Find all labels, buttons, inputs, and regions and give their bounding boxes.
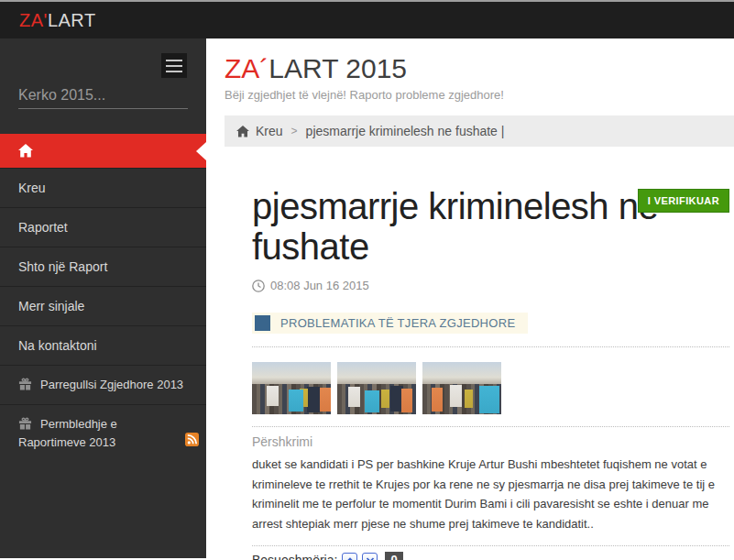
dotted-divider: [252, 426, 729, 427]
sidebar: Kreu Raportet Shto një Raport Merr sinja…: [0, 38, 206, 558]
sidebar-item-label: Permbledhje e Raportimeve 2013: [18, 417, 117, 449]
report-article: I VERIFIKUAR pjesmarrje kriminelesh ne f…: [252, 186, 729, 560]
breadcrumb-separator: >: [291, 125, 298, 137]
breadcrumb-home-link[interactable]: Kreu: [236, 124, 283, 138]
gift-icon: [18, 417, 32, 431]
category-label: PROBLEMATIKA TË TJERA ZGJEDHORE: [280, 316, 515, 330]
credibility-label: Besueshmëria:: [252, 553, 337, 560]
page-title-red: ZA´: [225, 53, 268, 83]
credibility-count: 0: [385, 552, 402, 560]
sidebar-item-permbledhje-2013[interactable]: Permbledhje e Raportimeve 2013: [0, 404, 206, 462]
sidebar-item-label: Parregullsi Zgjedhore 2013: [40, 378, 183, 391]
dotted-divider: [252, 346, 729, 347]
sidebar-item-merr-sinjale[interactable]: Merr sinjale: [0, 286, 206, 325]
breadcrumb-current: pjesmarrje kriminelesh ne fushate |: [306, 124, 505, 138]
site-header: ZA´LART 2015 Bëji zgjedhjet të vlejnë! R…: [206, 38, 734, 102]
page-title: ZA´LART 2015: [225, 53, 734, 84]
sidebar-item-home-active[interactable]: [0, 134, 206, 168]
main-content: ZA´LART 2015 Bëji zgjedhjet të vlejnë! R…: [206, 38, 734, 558]
report-photos: [252, 362, 729, 414]
top-bar: ZA'LART: [0, 0, 734, 38]
page-title-rest: LART 2015: [268, 53, 407, 83]
chevron-down-icon: [366, 556, 375, 560]
site-logo-rest: LART: [48, 10, 96, 30]
sidebar-item-shto-nje-raport[interactable]: Shto një Raport: [0, 247, 206, 286]
report-timestamp: 08:08 Jun 16 2015: [252, 279, 729, 292]
rss-icon[interactable]: [185, 433, 199, 446]
chevron-up-icon: [345, 556, 355, 560]
credibility-row: Besueshmëria: 0: [252, 552, 729, 560]
description-text: duket se kandidati i PS per bashkine Kru…: [252, 455, 729, 533]
report-photo-3[interactable]: [422, 362, 501, 414]
breadcrumb: Kreu > pjesmarrje kriminelesh ne fushate…: [225, 115, 734, 147]
active-item-arrow: [196, 142, 206, 160]
description-label: Përshkrimi: [252, 434, 729, 449]
dotted-divider: [252, 545, 729, 546]
site-logo-red: ZA': [19, 10, 48, 30]
gift-icon: [18, 378, 32, 391]
category-row: PROBLEMATIKA TË TJERA ZGJEDHORE: [252, 313, 729, 335]
report-photo-2[interactable]: [337, 362, 416, 414]
home-icon: [236, 126, 249, 137]
site-tagline: Bëji zgjedhjet të vlejnë! Raporto proble…: [225, 88, 734, 102]
clock-icon: [252, 280, 265, 292]
site-logo[interactable]: ZA'LART: [19, 10, 96, 31]
sidebar-item-raportet[interactable]: Raportet: [0, 207, 206, 247]
sidebar-nav: Kreu Raportet Shto një Raport Merr sinja…: [0, 134, 206, 462]
hamburger-menu-icon: [166, 60, 182, 72]
sidebar-item-na-kontaktoni[interactable]: Na kontaktoni: [0, 325, 206, 365]
report-title: pjesmarrje kriminelesh ne fushate: [252, 186, 683, 267]
sidebar-item-parregullsi-2013[interactable]: Parregullsi Zgjedhore 2013: [0, 365, 206, 404]
hamburger-menu-button[interactable]: [161, 53, 187, 78]
breadcrumb-home-label: Kreu: [256, 124, 283, 138]
report-photo-1[interactable]: [252, 362, 331, 414]
sidebar-item-kreu[interactable]: Kreu: [0, 168, 206, 207]
home-icon: [18, 144, 33, 158]
category-chip[interactable]: PROBLEMATIKA TË TJERA ZGJEDHORE: [252, 313, 528, 334]
search-input[interactable]: [18, 87, 208, 104]
sidebar-search: [18, 87, 188, 109]
verified-status-badge: I VERIFIKUAR: [638, 189, 729, 213]
vote-down-button[interactable]: [362, 553, 378, 560]
report-timestamp-text: 08:08 Jun 16 2015: [270, 279, 369, 292]
vote-up-button[interactable]: [342, 553, 357, 560]
category-color-icon: [255, 315, 270, 331]
